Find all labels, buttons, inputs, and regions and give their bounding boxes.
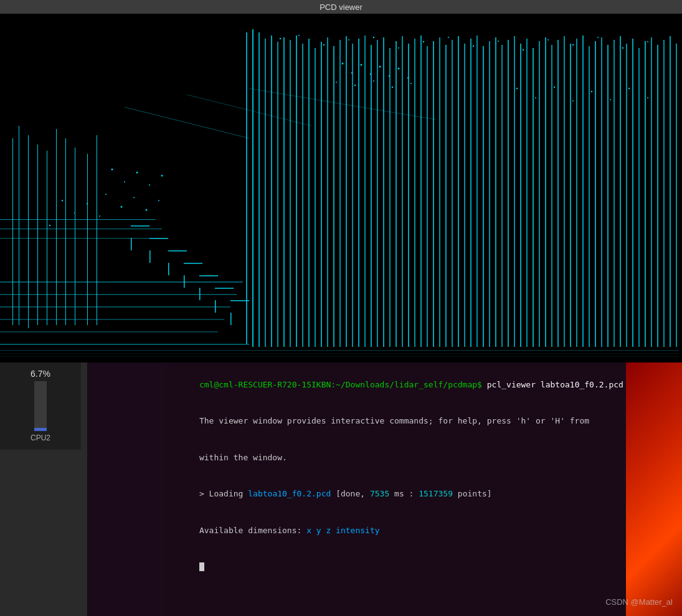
cpu-bar-fill	[34, 428, 47, 431]
svg-rect-93	[632, 39, 633, 347]
svg-rect-88	[601, 37, 602, 347]
svg-rect-91	[620, 36, 621, 347]
svg-point-12	[523, 49, 524, 50]
svg-point-122	[124, 181, 125, 182]
svg-rect-23	[56, 129, 57, 325]
svg-point-129	[146, 209, 148, 211]
svg-rect-113	[131, 225, 149, 227]
svg-point-126	[105, 194, 107, 195]
svg-point-137	[535, 97, 536, 98]
svg-point-145	[351, 72, 353, 73]
svg-point-123	[136, 172, 138, 174]
svg-point-132	[74, 212, 75, 214]
terminal-loading-file: labtoa10_f0.2.pcd	[248, 489, 331, 498]
svg-rect-19	[19, 126, 19, 325]
svg-point-142	[628, 88, 630, 89]
svg-rect-84	[576, 39, 577, 347]
svg-rect-117	[0, 306, 230, 308]
terminal-loading-prefix: > Loading	[199, 489, 248, 498]
svg-rect-54	[389, 48, 391, 347]
pcd-viewer[interactable]	[0, 14, 682, 362]
terminal-window[interactable]: cml@cml-RESCUER-R720-15IKBN:~/Downloads/…	[165, 362, 682, 616]
svg-point-11	[498, 40, 499, 42]
svg-rect-74	[514, 36, 515, 347]
svg-rect-100	[676, 44, 677, 347]
svg-rect-80	[551, 45, 552, 347]
svg-rect-37	[283, 37, 285, 347]
svg-rect-21	[37, 145, 38, 325]
svg-rect-57	[408, 44, 409, 347]
svg-rect-102	[168, 263, 169, 275]
svg-rect-44	[327, 37, 328, 347]
svg-rect-85	[582, 36, 584, 347]
svg-rect-40	[302, 44, 303, 347]
desktop-background	[626, 362, 682, 616]
svg-rect-56	[402, 36, 403, 347]
terminal-line-6	[170, 549, 677, 585]
svg-rect-111	[149, 238, 168, 239]
terminal-line-4: > Loading labtoa10_f0.2.pcd [done, 7535 …	[170, 476, 677, 513]
svg-point-141	[610, 99, 611, 100]
svg-point-156	[410, 83, 412, 84]
svg-point-10	[473, 45, 474, 47]
svg-point-149	[389, 75, 390, 77]
svg-rect-107	[215, 288, 234, 289]
svg-point-151	[407, 77, 409, 78]
svg-rect-73	[508, 40, 509, 347]
svg-rect-31	[246, 32, 247, 344]
svg-rect-24	[65, 138, 66, 325]
svg-rect-105	[199, 275, 218, 277]
svg-rect-116	[0, 294, 237, 295]
svg-point-135	[49, 225, 50, 226]
svg-rect-79	[545, 37, 546, 347]
svg-rect-119	[0, 331, 218, 333]
svg-point-17	[647, 41, 648, 42]
svg-rect-41	[308, 39, 310, 347]
svg-rect-160	[0, 350, 679, 351]
svg-point-153	[354, 85, 356, 86]
svg-rect-33	[258, 32, 260, 347]
svg-rect-66	[464, 44, 465, 347]
svg-rect-89	[607, 45, 609, 347]
svg-rect-43	[321, 42, 322, 347]
svg-rect-81	[557, 40, 559, 347]
svg-rect-118	[0, 319, 224, 320]
svg-rect-28	[0, 219, 156, 220]
svg-rect-36	[277, 42, 278, 347]
terminal-loading-points-unit: points]	[453, 489, 492, 498]
svg-rect-26	[87, 154, 88, 325]
svg-rect-62	[439, 37, 440, 347]
svg-rect-71	[495, 37, 496, 347]
svg-rect-109	[230, 300, 249, 301]
terminal-line-2: The viewer window provides interactive c…	[170, 403, 677, 440]
cpu-monitor: 6.7% CPU2	[0, 362, 81, 450]
svg-point-138	[554, 87, 555, 88]
svg-rect-59	[420, 36, 422, 347]
svg-point-148	[379, 66, 381, 68]
svg-rect-49	[358, 39, 359, 347]
svg-rect-55	[395, 41, 397, 347]
svg-rect-161	[0, 353, 679, 354]
svg-rect-101	[168, 250, 187, 252]
svg-rect-45	[333, 46, 334, 347]
svg-point-128	[133, 197, 135, 198]
svg-point-147	[370, 73, 371, 75]
svg-rect-112	[149, 250, 151, 263]
svg-rect-78	[539, 41, 540, 347]
terminal-loading-ms-unit: ms :	[389, 489, 419, 498]
watermark-text: CSDN @Matter_al	[605, 597, 673, 607]
svg-rect-114	[131, 238, 132, 250]
terminal-line-1: cml@cml-RESCUER-R720-15IKBN:~/Downloads/…	[170, 366, 677, 403]
terminal-line-5: Available dimensions: x y z intensity	[170, 512, 677, 549]
svg-rect-103	[184, 263, 202, 264]
svg-rect-46	[339, 40, 341, 347]
terminal-dims-values: x y z intensity	[306, 526, 379, 535]
svg-point-6	[373, 37, 374, 38]
svg-point-150	[398, 68, 400, 70]
svg-point-13	[547, 39, 549, 40]
terminal-dims-prefix: Available dimensions:	[199, 526, 306, 535]
terminal-command: pcl_viewer labtoa10_f0.2.pcd	[482, 380, 623, 389]
svg-point-124	[149, 184, 150, 186]
svg-point-130	[158, 200, 159, 201]
svg-rect-25	[75, 148, 75, 325]
